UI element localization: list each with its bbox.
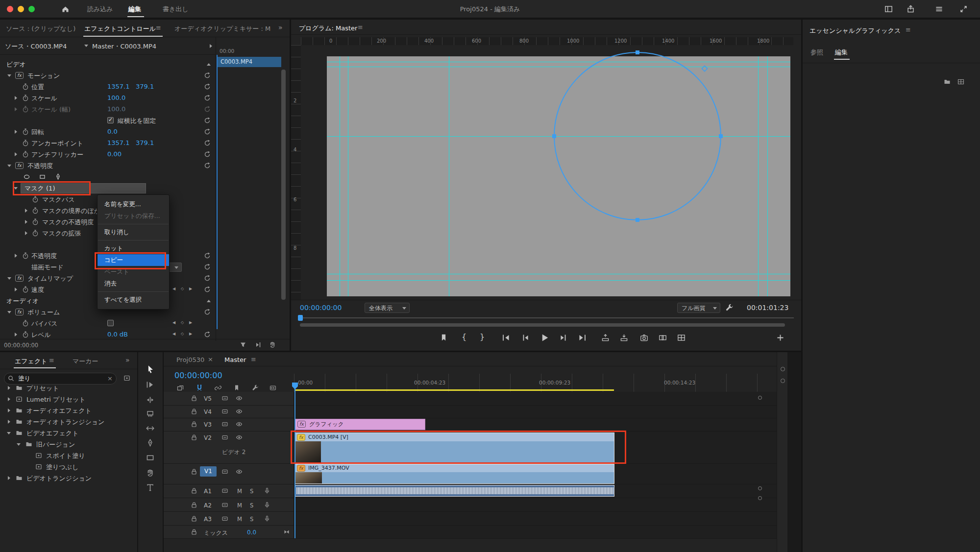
tab-markers[interactable]: マーカー: [73, 357, 98, 366]
scroll-knob[interactable]: [781, 379, 785, 383]
clip-img3437[interactable]: IMG_3437.MOV: [295, 464, 614, 484]
tab-effect-controls[interactable]: エフェクトコントロール: [84, 24, 156, 33]
lock-icon[interactable]: [191, 528, 197, 535]
stopwatch-icon[interactable]: [22, 128, 29, 135]
panel-menu-icon[interactable]: [49, 357, 54, 364]
program-zoom-scrollbar[interactable]: [300, 323, 785, 327]
guide-line[interactable]: [340, 56, 340, 296]
sync-lock-icon[interactable]: [221, 408, 228, 415]
track-output-eye-icon[interactable]: [236, 434, 243, 441]
disclosure-icon[interactable]: [8, 420, 10, 424]
reset-icon[interactable]: [204, 95, 211, 101]
stopwatch-icon[interactable]: [22, 83, 29, 90]
sync-lock-icon[interactable]: [221, 502, 228, 508]
show-timeline-toggle-icon[interactable]: [210, 44, 212, 48]
tab-project-proj0530[interactable]: Proj0530: [176, 356, 204, 363]
solo-button[interactable]: S: [250, 488, 253, 495]
disclosure-icon[interactable]: [25, 220, 27, 224]
extract-icon[interactable]: [620, 334, 628, 342]
disclosure-icon[interactable]: [7, 432, 11, 434]
disclosure-icon[interactable]: [7, 311, 11, 313]
tree-item-presets[interactable]: プリセット: [0, 383, 137, 394]
tab-effects[interactable]: エフェクト: [15, 357, 48, 366]
track-select-tool[interactable]: [146, 381, 154, 389]
sync-lock-icon[interactable]: [221, 395, 228, 402]
reset-icon[interactable]: [204, 83, 211, 90]
mark-in-icon[interactable]: {: [462, 332, 466, 341]
clip-graphic[interactable]: グラフィック: [295, 419, 425, 430]
menu-item-rename[interactable]: 名前を変更...: [98, 198, 169, 210]
tab-eg-edit[interactable]: 編集: [835, 48, 848, 57]
prev-keyframe-icon[interactable]: ◀: [172, 332, 175, 336]
step-back-icon[interactable]: [521, 334, 529, 342]
add-keyframe-icon[interactable]: ◇: [181, 332, 184, 336]
mute-button[interactable]: M: [237, 516, 242, 523]
program-playhead-handle[interactable]: [298, 315, 303, 321]
reset-icon[interactable]: [204, 252, 211, 259]
disclosure-icon[interactable]: [15, 254, 17, 258]
step-forward-icon[interactable]: [560, 334, 568, 342]
new-custom-bin-icon[interactable]: [123, 375, 130, 382]
go-to-in-icon[interactable]: [502, 334, 510, 342]
stopwatch-icon[interactable]: [22, 252, 29, 259]
ec-row-rotation[interactable]: 回転 0.0: [0, 126, 216, 138]
rectangle-mask-tool-icon[interactable]: [38, 173, 47, 180]
ec-row-scale[interactable]: スケール 100.0: [0, 93, 216, 104]
ec-row-bypass[interactable]: バイパス ◀ ◇ ▶: [0, 318, 216, 329]
reset-icon[interactable]: [204, 264, 211, 270]
tree-item-video-transitions[interactable]: ビデオトランジション: [0, 473, 137, 484]
responsive-design-icon[interactable]: [957, 78, 964, 85]
disclosure-icon[interactable]: [7, 74, 11, 77]
quick-export-icon[interactable]: [906, 5, 915, 13]
track-resize-knob[interactable]: [758, 396, 762, 400]
level-value[interactable]: 0.0 dB: [107, 331, 128, 338]
ec-row-anti-flicker[interactable]: アンチフリッカー 0.00: [0, 149, 216, 160]
ec-row-motion[interactable]: モーション: [0, 70, 216, 81]
playback-quality-dropdown[interactable]: フル画質: [677, 303, 720, 313]
pan-icon[interactable]: [269, 341, 276, 348]
ec-row-uniform-scale[interactable]: 縦横比を固定: [0, 115, 216, 126]
mask-handle[interactable]: [552, 134, 556, 138]
play-icon[interactable]: [540, 333, 549, 342]
uniform-scale-checkbox[interactable]: [107, 117, 114, 123]
panel-overflow-icon[interactable]: [278, 24, 283, 31]
disclosure-icon[interactable]: [8, 386, 10, 390]
tree-item-eyedropper-fill[interactable]: スポイト塗り: [0, 450, 137, 461]
lock-icon[interactable]: [191, 395, 197, 402]
tree-item-audio-transitions[interactable]: オーディオトランジション: [0, 416, 137, 428]
stopwatch-icon[interactable]: [22, 95, 29, 101]
next-keyframe-icon[interactable]: ▶: [189, 287, 192, 291]
guide-line[interactable]: [767, 56, 768, 296]
track-v4-label[interactable]: V4: [204, 408, 212, 415]
reset-icon[interactable]: [204, 162, 211, 169]
workspaces-icon[interactable]: [884, 5, 893, 13]
prev-keyframe-icon[interactable]: ◀: [172, 287, 175, 291]
rotation-value[interactable]: 0.0: [107, 128, 118, 135]
tree-item-audio-effects[interactable]: オーディオエフェクト: [0, 405, 137, 416]
mute-button[interactable]: M: [237, 502, 242, 509]
clip-audio-a1[interactable]: [295, 485, 614, 497]
anti-flicker-value[interactable]: 0.00: [107, 150, 122, 158]
ec-row-position[interactable]: 位置 1357.1 379.1: [0, 81, 216, 93]
lock-icon[interactable]: [191, 468, 197, 475]
mask-feather-handle[interactable]: [702, 66, 707, 71]
track-v5-label[interactable]: V5: [204, 395, 212, 402]
mask-handle[interactable]: [636, 50, 639, 54]
voiceover-mic-icon[interactable]: [264, 487, 270, 494]
disclosure-icon[interactable]: [17, 443, 21, 446]
mask-handle[interactable]: [719, 134, 723, 138]
stopwatch-icon[interactable]: [22, 286, 29, 293]
tab-program-monitor[interactable]: プログラム: Master: [299, 24, 357, 33]
next-keyframe-icon[interactable]: ▶: [189, 320, 192, 325]
mute-button[interactable]: M: [237, 488, 242, 495]
disclosure-icon[interactable]: [15, 130, 17, 134]
clear-search-icon[interactable]: [107, 375, 113, 382]
lock-icon[interactable]: [191, 434, 197, 441]
slip-tool[interactable]: [146, 424, 154, 432]
hand-tool[interactable]: [146, 469, 154, 477]
sync-lock-icon[interactable]: [221, 515, 228, 522]
zoom-level-dropdown[interactable]: 全体表示: [365, 303, 410, 313]
solo-button[interactable]: S: [250, 516, 253, 523]
reset-icon[interactable]: [204, 275, 211, 282]
reset-icon[interactable]: [204, 128, 211, 135]
